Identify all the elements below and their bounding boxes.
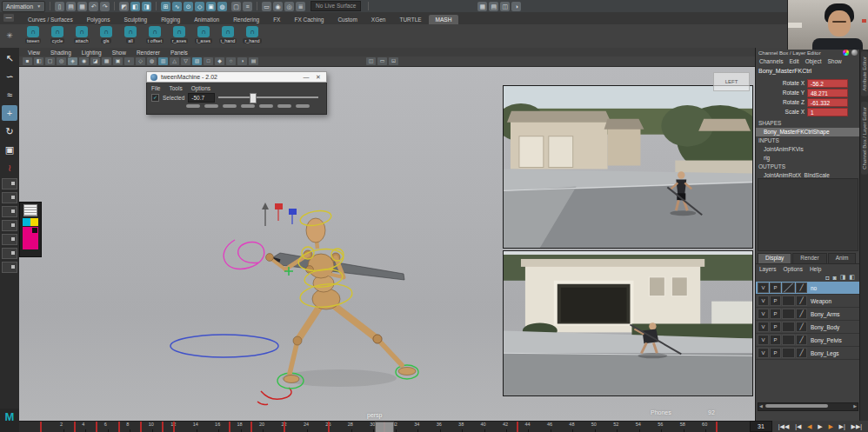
viewport-toolbar-icon-7[interactable]: ▦: [102, 57, 111, 65]
minimize-button[interactable]: —: [302, 74, 310, 80]
selected-checkbox[interactable]: ✓: [151, 94, 159, 102]
shelf-tab-custom[interactable]: Custom: [331, 15, 364, 24]
keyframe-tick[interactable]: [96, 422, 97, 432]
keyframe-tick[interactable]: [284, 422, 285, 432]
shelf-button-gls[interactable]: ∩gls: [96, 26, 117, 43]
shelf-button-cycle[interactable]: ∩cycle: [47, 26, 68, 43]
keyframe-tick[interactable]: [328, 422, 330, 432]
select-tool-icon[interactable]: ↖: [2, 50, 17, 66]
persp-uv-layout-icon[interactable]: [2, 248, 17, 259]
viewport-toolbar-right-icon-1[interactable]: ▭: [377, 57, 387, 65]
shelf-tab-animation[interactable]: Animation: [187, 15, 226, 24]
shelf-button-tween[interactable]: ∩tween: [23, 26, 43, 43]
layer-color-swatch[interactable]: [782, 296, 795, 306]
shelf-tab-sculpting[interactable]: Sculpting: [117, 15, 154, 24]
keyframe-tick[interactable]: [229, 422, 230, 432]
layer-visibility-toggle[interactable]: V: [758, 335, 769, 345]
viewport-toolbar-icon-19[interactable]: ◑: [237, 57, 247, 65]
magenta-swatch[interactable]: [23, 227, 38, 249]
layer-editor-tab-anim[interactable]: Anim: [828, 253, 857, 263]
viewport-toolbar-icon-2[interactable]: ▢: [45, 57, 55, 65]
layer-playback-toggle[interactable]: P: [770, 322, 781, 332]
layer-row-bony_pelvis[interactable]: VP╱Bony_Pelvis: [756, 334, 860, 347]
mannequin-character[interactable]: [266, 218, 416, 383]
tween-menu-file[interactable]: File: [151, 85, 160, 91]
horizontal-scrollbar[interactable]: ◀ ▶: [758, 402, 858, 411]
snap-to-point-icon[interactable]: ⊙: [184, 2, 193, 11]
uv-editor-icon[interactable]: ◫: [500, 2, 510, 11]
selected-object-name[interactable]: Bony_MasterFKCtrl: [758, 68, 811, 74]
layer-editor-menu-options[interactable]: Options: [784, 266, 803, 272]
viewport-toolbar-icon-11[interactable]: ◍: [147, 57, 157, 65]
shelf-tab-turtle[interactable]: TURTLE: [392, 15, 428, 24]
scale-tool-icon[interactable]: ▣: [2, 142, 17, 157]
layer-row-bony_legs[interactable]: VP╱Bony_Legs: [756, 347, 860, 360]
shelf-button-t_hand[interactable]: ∩t_hand: [217, 26, 238, 43]
layer-row-bony_body[interactable]: VP╱Bony_Body: [756, 321, 860, 334]
render-settings-icon[interactable]: ≣: [296, 2, 305, 11]
keyframe-tick[interactable]: [162, 422, 164, 432]
yellow-swatch[interactable]: [30, 218, 38, 226]
render-current-frame-icon[interactable]: ◉: [273, 2, 283, 11]
viewport-menu-shading[interactable]: Shading: [50, 50, 71, 56]
layer-editor-tab-render[interactable]: Render: [792, 253, 826, 263]
shelf-button-attach[interactable]: ∩attach: [71, 26, 92, 43]
keyframe-flag-blue[interactable]: [289, 209, 297, 224]
channel-value[interactable]: 48.271: [807, 89, 848, 97]
viewport-toolbar-icon-0[interactable]: ■: [23, 57, 32, 65]
tween-machine-title-bar[interactable]: tweenMachine - 2.02 — ✕: [146, 71, 327, 83]
tween-value-field[interactable]: -50.7: [188, 93, 215, 103]
keyframe-tick[interactable]: [517, 422, 518, 432]
viewport-toolbar-icon-16[interactable]: □: [204, 57, 213, 65]
keyframe-tick[interactable]: [74, 422, 76, 432]
shelf-tab-mash[interactable]: MASH: [429, 15, 459, 24]
menu-set-selector[interactable]: Animation ▼: [2, 1, 45, 12]
construction-history-icon[interactable]: ≡: [243, 2, 252, 11]
channel-value[interactable]: -56.2: [807, 79, 848, 88]
redo-icon[interactable]: ↷: [100, 2, 110, 11]
select-component-icon[interactable]: ◨: [142, 2, 151, 11]
layer-color-swatch[interactable]: [782, 335, 795, 345]
viewport-toolbar-icon-15[interactable]: ▨: [192, 57, 202, 65]
layer-editor-menu-layers[interactable]: Layers: [759, 266, 777, 272]
move-layer-down-icon[interactable]: ◙: [833, 275, 837, 281]
keyframe-flag-red[interactable]: [275, 203, 283, 221]
keyframe-tick[interactable]: [716, 422, 718, 432]
tween-preset-button-4[interactable]: [259, 104, 273, 108]
step-back-key-button[interactable]: |◀: [795, 421, 801, 432]
four-pane-layout-icon[interactable]: [2, 192, 17, 203]
open-scene-icon[interactable]: ▤: [66, 2, 76, 11]
layer-playback-toggle[interactable]: P: [770, 348, 781, 358]
viewport-menu-show[interactable]: Show: [112, 50, 126, 56]
layer-color-swatch[interactable]: [782, 309, 795, 319]
viewport-toolbar-icon-17[interactable]: ◆: [215, 57, 224, 65]
viewport-menu-view[interactable]: View: [28, 50, 40, 56]
rotate-tool-icon[interactable]: ↻: [2, 123, 17, 139]
layer-playback-toggle[interactable]: P: [770, 282, 781, 293]
viewport-toolbar-icon-20[interactable]: ▤: [249, 57, 258, 65]
reference-video-bottom[interactable]: [503, 250, 753, 396]
layer-visibility-toggle[interactable]: V: [758, 348, 769, 358]
scroll-left-arrow[interactable]: ◀: [759, 403, 763, 409]
layer-color-swatch[interactable]: [782, 348, 795, 358]
arm-control-curve[interactable]: [224, 240, 264, 269]
viewport-toolbar-icon-4[interactable]: ◈: [68, 57, 77, 65]
empty-layer-icon[interactable]: ◨: [840, 274, 846, 281]
shelf-button-t-offset[interactable]: ∩t offset: [144, 26, 165, 43]
timeline-scrubber[interactable]: [375, 422, 394, 432]
layer-playback-toggle[interactable]: P: [770, 309, 781, 319]
tween-preset-button-0[interactable]: [186, 104, 200, 108]
new-scene-icon[interactable]: ▯: [55, 2, 64, 11]
viewport-menu-renderer[interactable]: Renderer: [137, 50, 160, 56]
lasso-tool-icon[interactable]: ∽: [2, 69, 17, 84]
snap-to-grid-icon[interactable]: ⊞: [161, 2, 170, 11]
viewport-toolbar-icon-3[interactable]: ◎: [57, 57, 66, 65]
layer-row-no[interactable]: VP╱no: [756, 282, 860, 295]
viewport-toolbar-right-icon-2[interactable]: ⊡: [389, 57, 398, 65]
character-rig-scene[interactable]: [130, 156, 478, 417]
viewport-toolbar-icon-10[interactable]: ◇: [136, 57, 145, 65]
viewport-toolbar-icon-6[interactable]: ◪: [90, 57, 100, 65]
layer-color-swatch[interactable]: [782, 282, 795, 293]
tween-slider-handle[interactable]: [250, 93, 257, 103]
channel-value[interactable]: -61.332: [807, 98, 848, 107]
